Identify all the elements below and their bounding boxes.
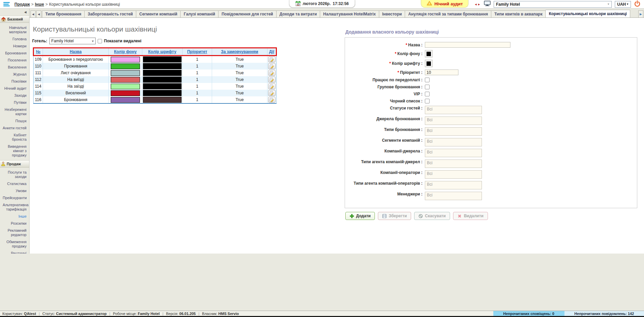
guest-statuses-multiselect[interactable]: Всі (425, 106, 482, 114)
show-deleted-checkbox[interactable] (98, 39, 102, 43)
sidebar-item-link[interactable]: Нічний аудит (0, 86, 29, 91)
unread-messages-badge[interactable]: Непрочитаних повідомлень: 142 (564, 311, 644, 316)
sidebar-item-link[interactable]: Обмеження продажу (0, 240, 29, 248)
tab[interactable]: Типи бронювання (42, 10, 85, 17)
column-header[interactable]: Колір фону (109, 48, 142, 56)
column-header[interactable]: Назва (43, 48, 109, 56)
priority-field[interactable]: 10 (425, 70, 458, 75)
tab[interactable]: Сегменти компаній (136, 10, 181, 17)
sidebar-item-link[interactable]: Заходи (0, 93, 29, 98)
edit-row-button[interactable] (268, 77, 276, 83)
edit-row-button[interactable] (268, 70, 276, 76)
column-header-label[interactable]: Колір фону (114, 49, 137, 54)
column-header-label[interactable]: За замовчуванням (221, 49, 258, 54)
tab[interactable]: Галузі компаній (180, 10, 218, 17)
menu-icon[interactable] (3, 2, 10, 6)
vip-checkbox[interactable] (425, 92, 430, 96)
sidebar-item-link[interactable]: Путівки (0, 100, 29, 105)
sidebar-item-link[interactable]: Виселення (0, 65, 29, 70)
tab[interactable]: Заборгованість гостей (84, 10, 136, 17)
resize-arrows-icon[interactable]: ◄► (474, 3, 481, 6)
sidebar-item-link[interactable]: Незбережені картки (0, 107, 29, 116)
sidebar-item-link[interactable]: Виведення кімнат з продажу (0, 144, 29, 157)
sidebar-item-link[interactable]: Розсилки (0, 221, 29, 226)
operator-companies-multiselect[interactable]: Всі (425, 170, 482, 179)
sidebar-item-link[interactable]: Пошук (0, 119, 29, 123)
sidebar-item-link[interactable]: Номери (0, 44, 29, 48)
sidebar-item-link[interactable]: Головна (0, 37, 29, 41)
column-header[interactable]: № (34, 48, 43, 56)
add-button[interactable]: Додати (345, 212, 375, 220)
sidebar-item-link[interactable]: Покоївки (0, 79, 29, 84)
column-header[interactable]: Пріоритет (183, 48, 212, 56)
sidebar-item-link[interactable]: Статистика (0, 182, 29, 186)
tab-scroll-left-icon[interactable]: ◀ (31, 10, 36, 17)
sidebar-item-link[interactable]: Журнал (0, 72, 29, 77)
sidebar-item-link[interactable]: Поселення (0, 58, 29, 62)
source-companies-multiselect[interactable]: Всі (425, 149, 482, 157)
edit-row-button[interactable] (268, 90, 276, 96)
night-audit-button[interactable]: ! Нічний аудит (421, 0, 468, 8)
name-field[interactable] (425, 42, 510, 48)
operator-agent-types-multiselect[interactable]: Всі (425, 181, 482, 189)
tab[interactable]: Типи квитків в аквапарк (491, 10, 546, 17)
column-header[interactable]: Колір шрифту (142, 48, 183, 56)
blacklist-checkbox[interactable] (425, 99, 430, 103)
edit-row-button[interactable] (268, 56, 276, 62)
breadcrumb-item[interactable]: Продаж (14, 2, 30, 7)
booking-sources-multiselect[interactable]: Всі (425, 117, 482, 125)
column-header-label[interactable]: Колір шрифту (148, 49, 177, 54)
sidebar-collapse-icon[interactable]: ◀ (0, 9, 29, 14)
company-segments-multiselect[interactable]: Всі (425, 138, 482, 146)
sidebar-item-link[interactable]: Анкети гостей (0, 126, 29, 130)
sidebar-item-link[interactable]: Навчальні матеріали (0, 26, 29, 34)
font-color-picker[interactable] (425, 60, 433, 67)
edit-row-button[interactable] (268, 63, 276, 69)
column-header[interactable]: Дії (267, 48, 277, 56)
button-label: Видалити (464, 214, 484, 218)
sidebar-item-link[interactable]: Кабінет броніста (0, 133, 29, 142)
sidebar-item-link[interactable]: Рекламний редактор (0, 228, 29, 237)
bg-color-picker[interactable] (425, 50, 433, 57)
booking-types-multiselect[interactable]: Всі (425, 127, 482, 136)
column-header-label[interactable]: Назва (70, 49, 82, 54)
tab-scroll-right-icon[interactable]: ▶ (638, 10, 643, 17)
tab[interactable]: Користувальницькі кольори шахівниці (545, 10, 630, 17)
tab[interactable]: Інвестори (379, 10, 405, 17)
breadcrumb-item[interactable]: Інше (35, 2, 44, 7)
field-label: Типи агента компаній-операторів : (348, 181, 425, 186)
column-header-label[interactable]: Пріоритет (187, 49, 207, 54)
hotel-select[interactable]: Family Hotel ▼ (494, 1, 612, 8)
sidebar-section-header: Продаж (0, 160, 29, 168)
edit-row-button[interactable] (268, 97, 276, 103)
edit-row-button[interactable] (268, 83, 276, 89)
sidebar-item-link[interactable]: Альтернативна тарифікація (0, 203, 29, 212)
sidebar-item-link[interactable]: Умови (0, 189, 29, 193)
sidebar-item-active[interactable]: Інше (0, 214, 29, 219)
unread-notifications-badge[interactable]: Непрочитаних сповіщень: 0 (493, 311, 564, 316)
column-header-label[interactable]: Дії (269, 49, 274, 54)
button-label: Скасувати (425, 214, 446, 218)
hotel-filter-select[interactable]: Family Hotel ∨ (49, 38, 96, 44)
sidebar-item-link[interactable]: Рекламні акції (0, 251, 29, 254)
sidebar-item-link[interactable]: Бронювання (0, 51, 29, 55)
power-icon[interactable] (634, 0, 641, 8)
column-header-label[interactable]: № (36, 49, 40, 54)
field-label: Групове бронювання : (348, 85, 425, 89)
group-booking-checkbox[interactable] (425, 85, 430, 89)
column-header[interactable]: За замовчуванням (212, 48, 267, 56)
tab[interactable]: Доходи та витрати (276, 10, 320, 17)
source-agent-types-multiselect[interactable]: Всі (425, 160, 482, 168)
tab[interactable]: Повідомлення для гостей (218, 10, 277, 17)
monitor-icon[interactable] (484, 1, 491, 8)
sidebar-item-link[interactable]: Прейскуранти (0, 196, 29, 200)
managers-multiselect[interactable]: Всі (425, 192, 482, 200)
bg-color-cell (109, 90, 142, 96)
tab-scroll-left-icon[interactable]: ◀ (36, 10, 41, 17)
currency-select[interactable]: UAH ▼ (615, 1, 631, 8)
tab[interactable]: Ануляція гостей за типами бронювання (405, 10, 491, 17)
sidebar-item-link[interactable]: Послуги та заходи (0, 170, 29, 179)
prepaid-checkbox[interactable] (425, 78, 430, 82)
row-number-cell: 109 (34, 56, 43, 63)
tab[interactable]: Налаштування HotelMatrix (320, 10, 379, 17)
